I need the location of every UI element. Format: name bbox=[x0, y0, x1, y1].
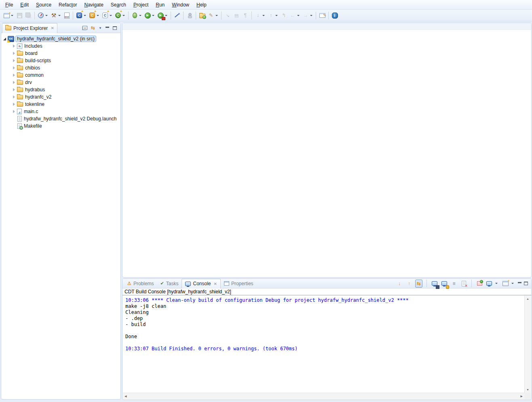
open-console-icon[interactable] bbox=[502, 280, 509, 288]
copy-build-log-icon[interactable] bbox=[431, 280, 438, 288]
dropdown-caret[interactable] bbox=[262, 15, 265, 16]
tree-item[interactable]: tokenline bbox=[1, 101, 120, 108]
menu-help[interactable]: Help bbox=[193, 0, 210, 9]
tree-item[interactable]: hydranfc_v2 bbox=[1, 93, 120, 101]
tab-tasks[interactable]: ✔ Tasks bbox=[157, 279, 182, 288]
scroll-lock-icon[interactable] bbox=[441, 280, 448, 288]
console-output[interactable]: 10:33:06 **** Clean-only build of config… bbox=[123, 296, 524, 393]
tree-item[interactable]: drv bbox=[1, 79, 120, 86]
tab-properties[interactable]: Properties bbox=[221, 279, 257, 288]
tab-problems[interactable]: ⚠ Problems bbox=[124, 279, 157, 288]
dropdown-caret[interactable] bbox=[58, 15, 61, 16]
display-selected-console-icon[interactable] bbox=[486, 280, 493, 288]
next-error-icon[interactable]: ↓ bbox=[396, 280, 403, 288]
dropdown-caret[interactable] bbox=[495, 283, 498, 284]
tree-item[interactable]: hydrafw_hydranfc_shield_v2 Debug.launch bbox=[1, 115, 120, 122]
clear-console-icon[interactable] bbox=[460, 280, 467, 288]
tab-project-explorer[interactable]: Project Explorer ✕ bbox=[2, 23, 57, 33]
run-icon[interactable]: ▶ bbox=[144, 11, 152, 20]
build-icon[interactable]: ⚒ bbox=[50, 11, 58, 20]
dropdown-caret[interactable] bbox=[275, 15, 278, 16]
menu-window[interactable]: Window bbox=[168, 0, 193, 9]
maximize-icon[interactable] bbox=[524, 282, 528, 285]
dropdown-caret[interactable] bbox=[122, 15, 125, 16]
maximize-icon[interactable] bbox=[113, 26, 117, 30]
previous-error-icon[interactable]: ↑ bbox=[405, 280, 413, 288]
external-tools-icon[interactable] bbox=[186, 11, 194, 20]
tree-item[interactable]: chibios bbox=[1, 64, 120, 72]
dropdown-caret[interactable] bbox=[310, 15, 312, 16]
close-icon[interactable]: ✕ bbox=[214, 282, 217, 286]
menu-project[interactable]: Project bbox=[130, 0, 152, 9]
dropdown-caret[interactable] bbox=[11, 15, 13, 16]
menu-file[interactable]: File bbox=[2, 0, 17, 9]
show-error-in-editor-icon[interactable]: ⇆ bbox=[415, 280, 422, 288]
expand-arrow-icon[interactable] bbox=[13, 110, 15, 113]
info-icon[interactable]: i bbox=[331, 11, 339, 20]
profile-icon[interactable]: ▶ bbox=[156, 11, 165, 20]
tree-item[interactable]: Includes bbox=[1, 42, 120, 50]
menu-run[interactable]: Run bbox=[152, 0, 168, 9]
expand-arrow-icon[interactable] bbox=[13, 95, 15, 99]
scroll-right-icon[interactable]: ▶ bbox=[519, 393, 524, 400]
save-all-icon[interactable] bbox=[24, 11, 32, 20]
highlighter-icon[interactable]: ✎ bbox=[207, 11, 215, 20]
tree-item[interactable]: hydrabus bbox=[1, 86, 120, 93]
new-wizard-icon[interactable] bbox=[2, 11, 11, 20]
pin-editor-icon[interactable]: ▤ bbox=[232, 11, 241, 20]
save-icon[interactable] bbox=[15, 11, 23, 20]
horizontal-scrollbar[interactable]: ◀ ▶ bbox=[123, 393, 524, 399]
tree-item[interactable]: board bbox=[1, 50, 120, 57]
launch-compass-icon[interactable] bbox=[37, 11, 45, 20]
back-to-last-edit-icon[interactable]: ↰ bbox=[280, 11, 288, 20]
tab-console[interactable]: Console ✕ bbox=[182, 279, 220, 288]
skip-all-breakpoints-icon[interactable] bbox=[173, 11, 181, 20]
dropdown-caret[interactable] bbox=[165, 15, 167, 16]
menu-navigate[interactable]: Navigate bbox=[80, 0, 107, 9]
expand-arrow-icon[interactable] bbox=[13, 88, 15, 91]
expand-arrow-icon[interactable] bbox=[13, 66, 15, 69]
tree-item[interactable]: main.c bbox=[1, 108, 120, 115]
previous-annotation-icon[interactable]: ↑ bbox=[267, 11, 275, 20]
collapse-arrow-icon[interactable] bbox=[3, 38, 6, 40]
view-menu-icon[interactable]: ▼ bbox=[99, 26, 102, 30]
tree-item-root[interactable]: hydrafw_hydranfc_shield_v2 (in src) bbox=[1, 35, 120, 42]
link-with-editor-icon[interactable]: ⇆ bbox=[91, 25, 95, 31]
dropdown-caret[interactable] bbox=[45, 15, 48, 16]
next-annotation-icon[interactable]: ↓ bbox=[254, 11, 262, 20]
pin-console-icon[interactable] bbox=[476, 280, 483, 288]
dropdown-caret[interactable] bbox=[139, 15, 141, 16]
new-editor-window-icon[interactable] bbox=[318, 11, 326, 20]
new-c-folder-icon[interactable]: C bbox=[88, 11, 96, 20]
collapse-all-icon[interactable] bbox=[82, 26, 87, 30]
last-edit-location-icon[interactable]: ↘ bbox=[224, 11, 232, 20]
dropdown-caret[interactable] bbox=[511, 283, 514, 284]
dropdown-caret[interactable] bbox=[297, 15, 300, 16]
menu-refactor[interactable]: Refactor bbox=[55, 0, 80, 9]
binary-file-icon[interactable]: 010 bbox=[63, 11, 71, 20]
dropdown-caret[interactable] bbox=[110, 15, 112, 16]
menu-edit[interactable]: Edit bbox=[17, 0, 32, 9]
dropdown-caret[interactable] bbox=[152, 15, 154, 16]
dropdown-caret[interactable] bbox=[84, 15, 86, 16]
minimize-icon[interactable] bbox=[106, 27, 109, 28]
debug-icon[interactable] bbox=[131, 11, 139, 20]
menu-source[interactable]: Source bbox=[32, 0, 55, 9]
close-icon[interactable]: ✕ bbox=[51, 26, 54, 30]
expand-arrow-icon[interactable] bbox=[13, 103, 15, 106]
minimize-icon[interactable] bbox=[518, 282, 521, 283]
show-whitespace-icon[interactable]: ¶ bbox=[241, 11, 249, 20]
scroll-down-icon[interactable]: ▼ bbox=[525, 387, 531, 393]
dropdown-caret[interactable] bbox=[215, 15, 218, 16]
forward-icon[interactable]: → bbox=[302, 11, 310, 20]
word-wrap-icon[interactable]: ≡ bbox=[450, 280, 458, 288]
scroll-up-icon[interactable]: ▲ bbox=[525, 296, 531, 302]
tree-item[interactable]: build-scripts bbox=[1, 57, 120, 64]
tree-item[interactable]: common bbox=[1, 72, 120, 79]
open-resource-icon[interactable] bbox=[198, 11, 206, 20]
new-class-icon[interactable]: C bbox=[114, 11, 122, 20]
tree-item[interactable]: Makefile bbox=[1, 122, 120, 130]
expand-arrow-icon[interactable] bbox=[13, 59, 15, 62]
back-icon[interactable]: ← bbox=[289, 11, 297, 20]
expand-arrow-icon[interactable] bbox=[13, 74, 15, 77]
